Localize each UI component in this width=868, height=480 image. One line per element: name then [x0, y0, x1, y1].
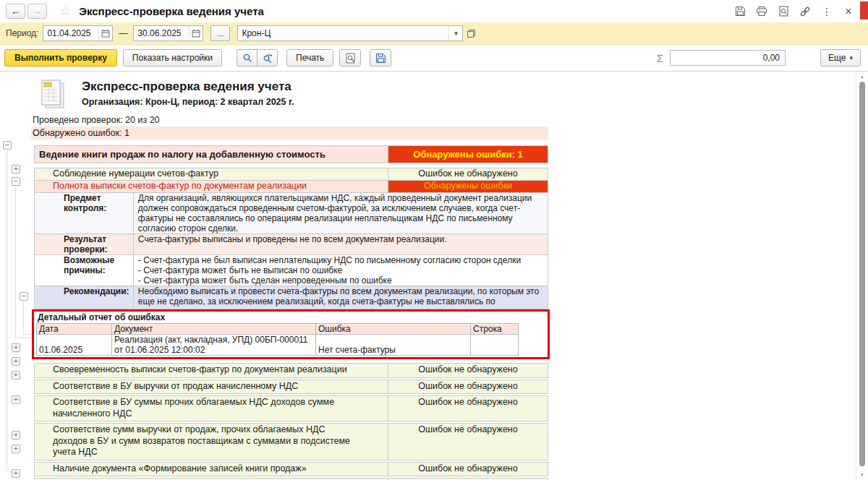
error-report-table: Дата Документ Ошибка Строка 01.06.2025 Р… — [36, 323, 519, 356]
detail-text: Для организаций, являющихся плательщикам… — [133, 193, 548, 233]
search-icon — [242, 53, 252, 63]
print-preview-button[interactable] — [339, 49, 361, 67]
window-header: ← → ☆ Экспресс-проверка ведения учета ⋮ … — [0, 0, 868, 22]
tree-expand-button[interactable]: + — [12, 395, 20, 404]
error-date-cell: 01.06.2025 — [37, 335, 112, 356]
detail-text: Счета-фактуры выписаны и проведены не по… — [133, 234, 548, 254]
tree-expand-button[interactable]: + — [12, 343, 20, 352]
check-row: Наличие документа «Формирование записей … — [34, 462, 548, 477]
tree-expand-button[interactable]: + — [12, 357, 20, 366]
check-status: Ошибок не обнаружено — [388, 168, 548, 180]
forward-button[interactable]: → — [27, 4, 47, 19]
check-row: Соответствие сумм выручки от продаж, про… — [34, 423, 548, 460]
check-status: Обнаружены ошибки — [388, 181, 548, 192]
ok-checks-list: Своевременность выписки счетов-фактур по… — [34, 363, 548, 480]
tree-expand-button[interactable]: + — [12, 431, 20, 440]
toolbar: Выполнить проверку Показать настройки Пе… — [0, 45, 868, 72]
link-icon[interactable] — [799, 5, 812, 18]
vertical-scrollbar[interactable]: ▲ ▼ — [856, 72, 868, 480]
check-status: Ошибок не обнаружено — [388, 364, 548, 377]
search-button[interactable] — [237, 49, 258, 67]
calendar-icon[interactable] — [98, 26, 112, 40]
check-status: Ошибок не обнаружено — [388, 380, 548, 394]
period-more-button[interactable]: ... — [210, 25, 230, 41]
chevron-down-icon: ▾ — [849, 54, 853, 61]
tree-expand-button[interactable]: + — [12, 445, 20, 453]
section-status-badge: Обнаружены ошибки: 1 — [388, 146, 548, 163]
scroll-down-button[interactable]: ▼ — [856, 473, 868, 477]
date-to-value[interactable]: 30.06.2025 — [134, 28, 189, 38]
detail-label: Возможные причины: — [35, 255, 133, 286]
report-header: Экспресс-проверка ведения учета Организа… — [39, 78, 564, 110]
detail-row: Возможные причины: - Счет-фактура не был… — [35, 255, 548, 286]
window-close-corner[interactable] — [860, 1, 868, 20]
show-settings-button[interactable]: Показать настройки — [123, 49, 222, 67]
report-body: Экспресс-проверка ведения учета Организа… — [0, 72, 564, 480]
column-header-date: Дата — [37, 324, 112, 335]
tree-collapse-button[interactable]: − — [12, 177, 20, 186]
window-title: Экспресс-проверка ведения учета — [79, 5, 264, 17]
save-file-icon — [375, 53, 386, 64]
check-status: Ошибок не обнаружено — [388, 396, 548, 421]
forward-arrow-icon: → — [33, 6, 42, 17]
organization-dropdown[interactable]: ▾ — [448, 26, 462, 40]
favorite-star-icon[interactable]: ☆ — [60, 4, 71, 19]
report-title: Экспресс-проверка ведения учета — [82, 80, 294, 94]
search-next-button[interactable] — [257, 49, 278, 67]
save-icon[interactable] — [733, 5, 746, 18]
back-button[interactable]: ← — [6, 4, 25, 19]
back-arrow-icon: ← — [11, 6, 20, 17]
section-title: Ведение книги продаж по налогу на добавл… — [35, 146, 388, 163]
check-label: Соответствие в БУ суммы прочих облагаемы… — [35, 396, 388, 421]
search-repeat-icon — [263, 53, 273, 63]
column-header-line: Строка — [471, 324, 519, 335]
kebab-menu-icon[interactable]: ⋮ — [820, 5, 833, 18]
report-area: − + − − + + + + + + + Экспресс-проверка … — [0, 72, 856, 480]
organization-value[interactable]: Крон-Ц — [238, 28, 448, 38]
detail-label: Рекомендации: — [35, 286, 133, 309]
date-to-field[interactable]: 30.06.2025 — [133, 25, 203, 41]
tree-collapse-button[interactable]: − — [3, 141, 12, 150]
organization-field[interactable]: Крон-Ц ▾ — [237, 25, 463, 41]
tree-collapse-button[interactable]: − — [20, 292, 28, 301]
column-header-error: Ошибка — [316, 324, 471, 335]
tree-expand-button[interactable]: + — [12, 371, 20, 380]
run-check-button[interactable]: Выполнить проверку — [4, 49, 117, 67]
check-label: Полнота выписки счетов-фактур по докумен… — [35, 181, 388, 192]
search-button-group — [237, 49, 278, 67]
detail-text: Необходимо выписать и провести счета-фак… — [133, 286, 548, 309]
save-report-button[interactable] — [370, 49, 391, 67]
detail-row: Предмет контроля: Для организаций, являю… — [35, 193, 548, 234]
total-field[interactable]: 0,00 — [670, 50, 786, 66]
tree-expand-button[interactable]: + — [12, 165, 20, 173]
detail-row: Результат проверки: Счета-фактуры выписа… — [35, 234, 548, 255]
errors-total: Обнаружено ошибок: 1 — [31, 127, 548, 140]
error-document-cell[interactable]: Реализация (акт, накладная, УПД) 00БП-00… — [112, 335, 316, 356]
organization-choose-button[interactable] — [467, 29, 476, 38]
error-table-row: 01.06.2025 Реализация (акт, накладная, У… — [37, 335, 519, 356]
calendar-icon[interactable] — [189, 26, 203, 40]
period-label: Период: — [6, 28, 38, 38]
window-actions: ⋮ × — [733, 5, 868, 18]
section-header-row: Ведение книги продаж по налогу на добавл… — [34, 145, 548, 163]
check-row: Соответствие в БУ суммы прочих облагаемы… — [34, 395, 548, 421]
toolbar-right: Σ 0,00 Еще ▾ — [657, 49, 861, 67]
tree-expand-button[interactable]: + — [12, 469, 20, 478]
check-label: Соответствие в БУ выручки от продаж начи… — [35, 380, 388, 394]
scrollbar-thumb[interactable] — [859, 82, 865, 466]
print-button[interactable]: Печать — [286, 49, 333, 67]
check-label: Своевременность выписки счетов-фактур по… — [35, 364, 388, 377]
more-button[interactable]: Еще ▾ — [820, 49, 861, 67]
checks-table: Соблюдение нумерации счетов-фактур Ошибо… — [34, 168, 548, 309]
date-from-field[interactable]: 01.04.2025 — [43, 25, 113, 41]
report-subtitle: Организация: Крон-Ц, период: 2 квартал 2… — [82, 97, 294, 107]
error-report-title: Детальный отчет об ошибках — [36, 312, 546, 323]
close-icon[interactable]: × — [842, 5, 855, 18]
preview-icon[interactable] — [777, 5, 790, 18]
check-row: Полнота выписки счетов-фактур по докумен… — [35, 181, 548, 193]
check-status: Ошибок не обнаружено — [388, 424, 548, 460]
scroll-up-button[interactable]: ▲ — [856, 74, 868, 79]
date-from-value[interactable]: 01.04.2025 — [43, 28, 98, 38]
date-range-dash: — — [119, 28, 127, 38]
print-icon[interactable] — [755, 5, 768, 18]
